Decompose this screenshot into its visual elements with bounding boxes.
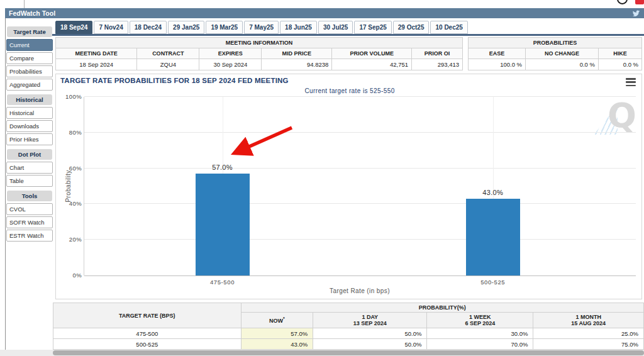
x-category-475-500: 475-500 [191,279,254,286]
probabilities-col-1: NO CHANGE [526,48,599,59]
horizontal-scrollbar-thumb[interactable] [53,350,644,355]
meeting-info-value-2: 30 Sep 2024 [199,59,262,70]
twitter-bird-icon[interactable] [632,9,640,18]
hamburger-icon[interactable] [626,78,636,86]
gridline-80% [84,132,636,133]
meeting-info-col-3: MID PRICE [262,48,332,59]
sidebar-item-table[interactable]: Table [6,175,53,187]
target-rate-chart-panel: TARGET RATE PROBABILITIES FOR 18 SEP 202… [55,74,642,299]
meeting-info-col-2: EXPIRES [199,48,262,59]
chart-plot-area: 0%20%40%60%80%100%57.0%475-50043.0%500-5… [84,97,636,275]
probabilities-value-2: 0.0 % [598,59,641,70]
row-now-value: 57.0% [241,328,313,339]
tab-18-jun25[interactable]: 18 Jun25 [280,21,317,34]
probabilities-title: PROBABILITIES [469,38,642,48]
row-history-value-3: 25.0% [533,328,644,339]
probabilities-value-0: 100.0 % [469,59,526,70]
tab-17-sep25[interactable]: 17 Sep25 [354,21,391,34]
row-target-rate: 475-500 [53,328,242,339]
table-row-475-500: 475-50057.0%50.0%30.0%25.0% [53,328,644,339]
row-history-value-1: 50.0% [313,328,427,339]
meeting-info-header-row: MEETING DATECONTRACTEXPIRESMID PRICEPRIO… [56,48,463,59]
tab-7-nov24[interactable]: 7 Nov24 [94,21,128,34]
y-axis-title: Probability [65,97,72,275]
tab-18-sep24[interactable]: 18 Sep24 [55,21,92,34]
probability-pct-header: PROBABILITY(%) [241,303,643,313]
bar-value-label-475-500: 57.0% [197,164,248,171]
meeting-info-col-0: MEETING DATE [56,48,137,59]
tab-18-dec24[interactable]: 18 Dec24 [130,21,167,34]
probabilities-header-row: EASENO CHANGEHIKE [469,48,642,59]
probabilities-value-1: 0.0 % [526,59,599,70]
sidebar-item-downloads[interactable]: Downloads [6,120,53,132]
x-axis-title: Target Rate (in bps) [84,287,636,294]
sidebar-item-current[interactable]: Current [6,39,53,51]
row-history-value-2: 30.0% [427,328,533,339]
y-tick-40%: 40% [58,200,82,207]
fedwatch-page: FedWatch Tool 18 Sep247 Nov2418 Dec2429 … [0,0,644,356]
bar-475-500[interactable] [196,174,250,275]
y-tick-100%: 100% [58,93,82,100]
gridline-0% [84,275,636,276]
y-tick-0%: 0% [58,272,82,279]
page-left-border [5,8,6,350]
sidebar-item-estr-watch[interactable]: ESTR Watch [6,230,53,242]
row-history-value-2: 70.0% [427,339,533,350]
browser-edge-line [24,0,25,8]
sidebar-item-cvol[interactable]: CVOL [6,203,53,215]
gridline-20% [84,239,636,240]
chart-subtitle: Current target rate is 525-550 [73,87,626,94]
bar-500-525[interactable] [466,199,520,275]
probabilities-value-row: 100.0 %0.0 %0.0 % [469,59,642,70]
sidebar-item-probabilities[interactable]: Probabilities [6,65,53,77]
sidebar-item-chart[interactable]: Chart [6,162,53,174]
tab-29-oct25[interactable]: 29 Oct25 [393,21,430,34]
meeting-info-value-5: 293,413 [412,59,463,70]
app-title: FedWatch Tool [9,9,55,17]
bottom-table-subheader-1-day: 1 DAY13 SEP 2024 [313,313,427,328]
meeting-info-title: MEETING INFORMATION [56,38,463,48]
probabilities-col-2: HIKE [598,48,641,59]
meeting-info-col-5: PRIOR OI [412,48,463,59]
sidebar-header-target-rate: Target Rate [7,26,52,37]
tab-30-jul25[interactable]: 30 Jul25 [318,21,353,34]
tab-29-jan25[interactable]: 29 Jan25 [168,21,204,34]
y-tick-80%: 80% [58,129,82,136]
bottom-table-subheader-1-week: 1 WEEK6 SEP 2024 [427,313,533,328]
sidebar-header-dot-plot: Dot Plot [7,149,52,160]
y-tick-20%: 20% [58,236,82,243]
bar-value-label-500-525: 43.0% [468,189,518,196]
target-rate-bps-header: TARGET RATE (BPS) [53,303,242,328]
gridline-100% [84,96,636,97]
meeting-info-value-3: 94.8238 [262,59,332,70]
row-history-value-1: 50.0% [313,339,427,350]
meeting-info-value-1: ZQU4 [137,59,199,70]
probabilities-table: PROBABILITIES EASENO CHANGEHIKE 100.0 %0… [468,37,642,70]
horizontal-scrollbar-track[interactable] [0,350,644,356]
row-target-rate: 500-525 [53,339,242,350]
probabilities-col-0: EASE [469,48,526,59]
sidebar-item-aggregated[interactable]: Aggregated [6,79,53,91]
y-tick-60%: 60% [58,165,82,172]
chart-title: TARGET RATE PROBABILITIES FOR 18 SEP 202… [60,77,289,84]
sidebar-nav: Target RateCurrentCompareProbabilitiesAg… [6,23,53,243]
table-row-500-525: 500-52543.0%50.0%70.0%75.0% [53,339,644,350]
meeting-info-col-1: CONTRACT [137,48,199,59]
sidebar-header-historical: Historical [7,94,52,105]
sidebar-item-historical[interactable]: Historical [6,107,53,119]
tab-10-dec25[interactable]: 10 Dec25 [430,21,467,34]
meeting-info-col-4: PRIOR VOLUME [332,48,412,59]
tab-7-may25[interactable]: 7 May25 [244,21,279,34]
meeting-info-value-row: 18 Sep 2024ZQU430 Sep 202494.823842,7512… [56,59,463,70]
gridline-40% [84,203,636,204]
app-header-bar: FedWatch Tool [5,8,644,18]
sidebar-item-sofr-watch[interactable]: SOFR Watch [6,216,53,228]
meeting-info-value-0: 18 Sep 2024 [56,59,137,70]
sidebar-item-compare[interactable]: Compare [6,52,53,64]
bottom-table-subheader-1-month: 1 MONTH15 AUG 2024 [533,313,644,328]
row-history-value-3: 75.0% [533,339,644,350]
sidebar-item-prior-hikes[interactable]: Prior Hikes [6,133,53,145]
bottom-table-subheader-now: NOW* [241,313,313,328]
tab-19-mar25[interactable]: 19 Mar25 [206,21,243,34]
meeting-info-value-4: 42,751 [332,59,412,70]
